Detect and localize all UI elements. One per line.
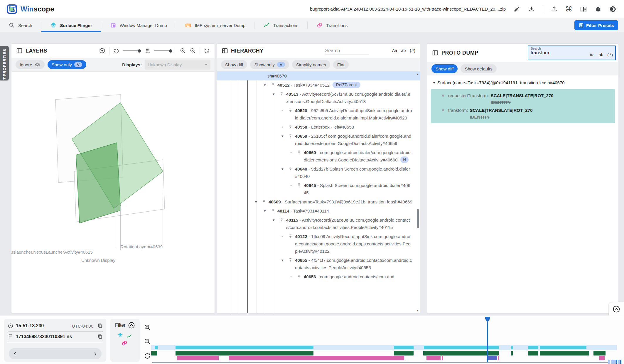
surfaceflinger-segment[interactable] [155, 346, 158, 349]
proto-search-box[interactable]: Search Aa ab (.*) [528, 45, 616, 60]
zoom-in-icon[interactable] [180, 48, 186, 54]
surfaceflinger-segment[interactable] [511, 346, 513, 349]
reset-view-history-icon[interactable] [203, 48, 210, 54]
pin-icon[interactable] [271, 81, 277, 87]
proto-search-input[interactable] [531, 50, 581, 55]
tree-node[interactable]: sh#40670 [217, 71, 420, 80]
show-only-visible-button[interactable]: Show only V [250, 60, 289, 69]
tree-node[interactable]: •40558 - Letterbox - left#40558 [217, 122, 420, 132]
properties-collapsed-tab[interactable]: PROPERTIES ▶ [0, 46, 9, 80]
match-case-toggle[interactable]: Aa [590, 53, 595, 57]
timeline-zoom-tick[interactable] [620, 360, 621, 364]
spacing-slider[interactable] [154, 49, 172, 53]
pin-icon[interactable] [297, 273, 304, 278]
spacing-icon[interactable] [144, 48, 151, 54]
transactions-segment[interactable] [511, 351, 513, 355]
panel-dock-icon[interactable] [16, 48, 23, 54]
tree-node[interactable]: •40122 - 1ffcc09 ActivityRecordInputSink… [217, 232, 420, 256]
surfaceflinger-segment[interactable] [394, 346, 414, 349]
proto-property-row[interactable]: requestedTransform:SCALE|TRANSLATE|ROT_2… [434, 92, 612, 106]
transitions-segment[interactable] [229, 356, 404, 360]
timeline-scrollbar[interactable] [152, 362, 609, 363]
transactions-segment[interactable] [528, 351, 538, 355]
pin-icon[interactable] [289, 107, 295, 112]
expand-arrow-icon[interactable]: ▾ [433, 81, 435, 85]
transitions-segment[interactable] [498, 356, 499, 360]
displays-select[interactable]: Unknown Display [145, 60, 210, 70]
expand-arrow-icon[interactable]: ▾ [255, 198, 262, 205]
pin-icon[interactable] [289, 257, 295, 262]
show-diff-button[interactable]: Show diff [221, 60, 247, 69]
pin-icon[interactable] [289, 165, 295, 171]
timeline-zoom-region[interactable] [618, 360, 620, 364]
transactions-segment[interactable] [151, 351, 157, 355]
tab-ime-system-server-dump[interactable]: IME system_server Dump [176, 18, 254, 32]
tree-node[interactable]: ▾40115 - ActivityRecord{20ace0e u0 com.g… [217, 215, 420, 232]
panel-dock-icon[interactable] [432, 50, 439, 56]
selected-transition-segment[interactable] [487, 356, 497, 360]
transitions-segment[interactable] [426, 356, 441, 360]
expand-arrow-icon[interactable]: ▾ [281, 132, 289, 140]
match-case-toggle[interactable]: Aa [392, 48, 397, 53]
tree-node[interactable]: ▾40669 - Surface(name=Task=7931)/@0x619e… [217, 197, 420, 206]
tree-node[interactable]: •40645 - Splash Screen com.google.androi… [217, 181, 420, 197]
pin-icon[interactable] [262, 198, 269, 203]
tree-node[interactable]: •40656 - com.google.android.contacts/com… [217, 272, 420, 281]
layers-3d-canvas[interactable]: RotationLayer#40639 xuslauncher.NexusLau… [11, 71, 215, 314]
hierarchy-search-input[interactable] [325, 47, 369, 55]
regex-toggle[interactable]: (.*) [607, 53, 613, 57]
transitions-segment[interactable] [599, 356, 605, 360]
zoom-out-icon[interactable] [190, 48, 196, 54]
transactions-segment[interactable] [540, 351, 589, 355]
match-word-toggle[interactable]: ab [599, 52, 603, 57]
tree-node[interactable]: ▾40655 - 4f54cf7 com.google.android.cont… [217, 256, 420, 272]
tab-window-manager-dump[interactable]: Window Manager Dump [101, 18, 176, 32]
show-diff-button[interactable]: Show diff [431, 64, 458, 73]
simplify-names-button[interactable]: Simplify names [292, 60, 330, 69]
tab-transitions[interactable]: Transitions [308, 18, 357, 32]
tree-node[interactable]: ▾40512 - Task=7934#40512RelZParent [217, 80, 420, 90]
match-word-toggle[interactable]: ab [401, 48, 406, 53]
bug-report-icon[interactable] [595, 6, 602, 13]
transactions-segment[interactable] [593, 351, 606, 355]
pin-icon[interactable] [289, 132, 295, 138]
timeline-zoom-region[interactable] [608, 360, 610, 364]
pin-icon[interactable] [280, 90, 286, 96]
pin-icon[interactable] [297, 182, 304, 187]
rotation-icon[interactable] [113, 48, 119, 54]
pin-icon[interactable] [280, 216, 286, 222]
edit-file-icon[interactable] [513, 6, 520, 13]
cube-3d-icon[interactable] [99, 47, 106, 54]
upload-icon[interactable] [551, 6, 558, 13]
rotation-slider[interactable] [123, 49, 141, 53]
scroll-up-icon[interactable]: ▲ [416, 73, 419, 76]
surfaceflinger-segment[interactable] [528, 346, 538, 349]
flat-button[interactable]: Flat [333, 60, 349, 69]
timeline-zoom-tick[interactable] [616, 360, 617, 364]
pin-icon[interactable] [289, 123, 295, 129]
transitions-segment[interactable] [442, 356, 443, 360]
pin-icon[interactable] [271, 207, 277, 213]
tab-search[interactable]: Search [0, 18, 41, 32]
pin-icon[interactable] [289, 233, 295, 238]
show-defaults-button[interactable]: Show defaults [461, 64, 496, 73]
collapse-timeline-tab[interactable] [609, 302, 624, 316]
expand-arrow-icon[interactable]: ▾ [281, 257, 289, 264]
current-time-marker-head[interactable] [485, 317, 490, 322]
download-icon[interactable] [528, 6, 535, 13]
show-only-visible-button[interactable]: Show only V [48, 60, 87, 69]
tree-node[interactable]: ▾40513 - ActivityRecord{5c7f14a u0 com.g… [217, 90, 420, 106]
tree-node[interactable]: •40520 - 952c6b5 ActivityRecordInputSink… [217, 106, 420, 122]
expand-arrow-icon[interactable]: ▾ [273, 90, 280, 98]
expand-arrow-icon[interactable]: ▾ [264, 81, 271, 89]
surfaceflinger-segment[interactable] [176, 346, 313, 349]
proto-property-row[interactable]: transform:SCALE|TRANSLATE|ROT_270IDENTIT… [434, 106, 612, 121]
regex-toggle[interactable]: (.*) [410, 48, 415, 53]
filter-presets-button[interactable]: Filter Presets [574, 20, 618, 30]
transitions-segment[interactable] [177, 356, 219, 360]
tree-node[interactable]: ▾40659 - 26105cf com.google.android.dial… [217, 132, 420, 148]
dark-mode-icon[interactable] [609, 6, 616, 13]
transactions-segment[interactable] [394, 351, 414, 355]
timeline-canvas[interactable] [0, 316, 624, 364]
documentation-book-icon[interactable] [580, 6, 587, 13]
